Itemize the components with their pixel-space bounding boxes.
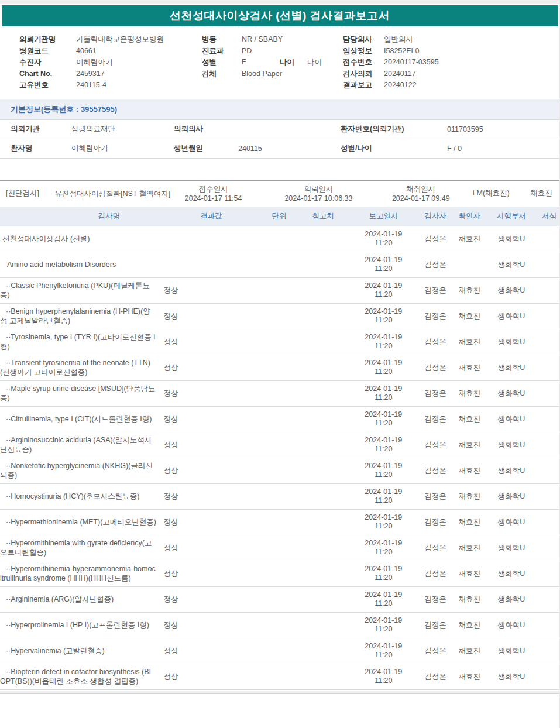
performing-dept: 생화학U [484,492,539,502]
col-header-form: 서식 [539,211,559,221]
header-field: 임상정보 I58252EL0 [343,46,559,57]
report-datetime: 2024-01-19 11:20 [351,281,416,299]
tester-name: 김정은 [416,672,455,682]
performing-dept: 생화학U [484,389,539,399]
test-name: ··Hyperornithinemia-hyperammonemia-homoc… [0,564,159,583]
tester-name: 김정은 [416,543,455,553]
tester-name: 김정은 [416,311,455,321]
field-label: 성별/나이 [341,143,447,153]
header-field: 결과보고 20240122 [343,80,559,91]
table-row: ··Argininosuccinic aciduria (ASA)(알지노석시닌… [0,432,559,458]
tester-name: 김정은 [416,620,455,630]
field-label [283,34,310,46]
col-header-reference: 참고치 [296,211,351,221]
tester-name: 김정은 [416,389,455,399]
field-value: I58252EL0 [384,46,419,57]
basic-info-section-title: 기본정보(등록번호 : 39557595) [0,99,559,120]
performing-dept: 생화학U [484,466,539,476]
table-row: ··Hypermethioninemia (MET)(고메티오닌혈증) 정상 2… [0,510,559,535]
collected-datetime: 채취일시 2024-01-17 09:49 [383,184,459,203]
result-value: 정상 [159,466,263,476]
field-label: 결과보고 [343,80,384,91]
verifier-name: 채효진 [455,389,484,399]
report-date: 2024-01-19 [351,642,416,651]
test-name: ··Classic Phenylketonuria (PKU)(페닐케톤뇨증) [0,281,159,300]
verifier-name: 채효진 [455,517,484,527]
header-field: 의뢰기관명 가톨릭대학교은평성모병원 [19,34,202,46]
result-value: 정상 [159,337,263,347]
result-value: 정상 [159,414,263,424]
report-datetime: 2024-01-19 11:20 [351,436,416,454]
order-test-group: 유전성대사이상질환[NST 혈액여지] [53,189,173,198]
report-date: 2024-01-19 [351,307,416,316]
field-value: 011703595 [447,125,559,133]
collector: LM(채효진) [459,188,523,198]
test-name: 선천성대사이상검사 (선별) [0,234,159,243]
test-name: ··Tyrosinemia, type I (TYR I)(고타이로신혈증 I형… [0,332,159,351]
report-time: 11:20 [351,368,416,376]
window-bottom-strip [0,691,559,694]
header-field: 접수번호 20240117-03595 [343,57,559,68]
tester-name: 김정은 [416,466,455,476]
table-row: ··Argininemia (ARG)(알지닌혈증) 정상 2024-01-19… [0,587,559,613]
requested-value: 2024-01-17 10:06:33 [255,194,383,203]
tester-name: 김정은 [416,363,455,373]
table-row: ··Nonketotic hyperglycinemia (NKHG)(글리신뇌… [0,458,559,484]
report-datetime: 2024-01-19 11:20 [351,256,416,273]
field-value: 삼광의료재단 [71,124,174,134]
report-time: 11:20 [351,419,416,428]
performing-dept: 생화학U [484,543,539,553]
patient-header-col2: 병동 NR / SBABY 진료과 PD 성별 F 나이 나이 검체 [202,34,343,91]
report-time: 11:20 [351,445,416,454]
field-label: 성별 [202,57,242,68]
header-field: 검사의뢰 20240117 [343,68,559,80]
performing-dept: 생화학U [484,286,539,296]
performing-dept: 생화학U [484,363,539,373]
report-date: 2024-01-19 [351,333,416,342]
col-header-unit: 단위 [263,211,296,221]
field-label: 접수번호 [343,57,384,68]
header-field: 검체 Blood Paper [202,68,343,80]
report-time: 11:20 [351,625,416,634]
verifier-name: 채효진 [455,440,484,450]
field-value: 20240117-03595 [384,57,439,68]
verifier-name: 채효진 [455,543,484,553]
verifier-name: 채효진 [455,492,484,502]
report-datetime: 2024-01-19 11:20 [351,590,416,608]
col-header-tester: 검사자 [416,211,455,221]
report-date: 2024-01-19 [351,513,416,522]
result-value: 정상 [159,569,263,579]
patient-header: 의뢰기관명 가톨릭대학교은평성모병원 병원코드 40661 수진자 이혜림아기 … [0,26,559,99]
performing-dept: 생화학U [484,234,539,244]
test-name: ··Hyperprolinemia I (HP I)(고프롤린혈증 I형) [0,620,159,630]
table-row: ··Hyperornithinemia with gyrate deficien… [0,535,559,561]
table-row: 선천성대사이상검사 (선별) 2024-01-19 11:20 김정은 채효진 … [0,226,559,252]
table-row: ··Transient tyrosinemia of the neonate (… [0,355,559,381]
report-datetime: 2024-01-19 11:20 [351,410,416,428]
field-value: 20240117 [384,68,416,80]
report-date: 2024-01-19 [351,616,416,625]
report-datetime: 2024-01-19 11:20 [351,539,416,557]
col-header-dept: 시행부서 [484,211,539,221]
test-name: Amino acid metabolism Disorders [0,260,159,269]
performing-dept: 생화학U [484,311,539,321]
order-category: [진단검사] [0,188,53,198]
field-label [282,68,310,80]
report-datetime: 2024-01-19 11:20 [351,230,416,248]
tester-name: 김정은 [416,286,455,296]
verifier-name: 채효진 [455,337,484,347]
result-value: 정상 [159,363,263,373]
tester-name: 김정은 [416,595,455,605]
field-value: 가톨릭대학교은평성모병원 [76,34,164,46]
field-label [280,46,307,57]
field-label: 환자번호(의뢰기관) [341,124,447,134]
receiver: 채효진 [523,188,559,198]
report-date: 2024-01-19 [351,410,416,419]
table-row: ··Benign hyperphenylalaninemia (H-PHE)(양… [0,304,559,329]
report-time: 11:20 [351,290,416,299]
report-date: 2024-01-19 [351,565,416,574]
test-name: ··Homocystinuria (HCY)(호모시스틴뇨증) [0,492,159,501]
test-name: ··Hypervalinemia (고발린혈증) [0,646,159,655]
field-label: 담당의사 [343,34,384,46]
result-value: 정상 [159,389,263,399]
